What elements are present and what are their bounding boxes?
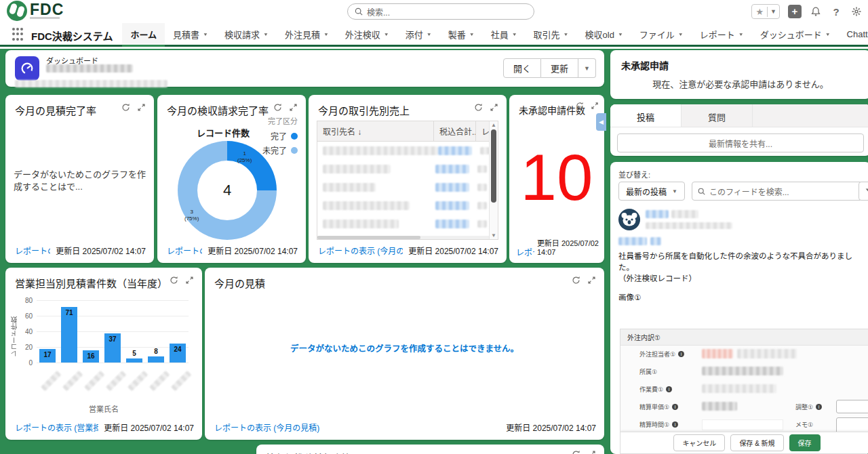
bar-value-label: 16 bbox=[80, 352, 102, 360]
help-icon[interactable]: ? bbox=[830, 5, 842, 18]
nav-tab-検収請求[interactable]: 検収請求▼ bbox=[216, 23, 277, 45]
donut-legend: 完了区分 完了未完了 bbox=[262, 115, 298, 159]
expand-icon[interactable] bbox=[587, 276, 596, 285]
refresh-icon[interactable] bbox=[474, 103, 483, 112]
table-row-redacted[interactable] bbox=[317, 215, 498, 233]
card-pending-approvals-count: 未承認申請件数 10 レポート... 更新日 2025/07/0214:07 bbox=[509, 95, 604, 263]
post-body: 社員番号から所属を自動化した件の余波のような不具合がありました。 （外注検収レコ… bbox=[618, 251, 863, 285]
global-actions-add-button[interactable]: + bbox=[788, 5, 802, 18]
setup-gear-icon[interactable] bbox=[850, 5, 863, 18]
notifications-bell-icon[interactable] bbox=[810, 5, 822, 18]
donut-segment-label: 3(75%) bbox=[184, 209, 199, 222]
nav-tab-取引先[interactable]: 取引先▼ bbox=[526, 23, 577, 45]
nav-tab-外注見積[interactable]: 外注見積▼ bbox=[277, 23, 337, 45]
nav-tab-外注検収[interactable]: 外注検収▼ bbox=[337, 23, 397, 45]
open-button[interactable]: 開く bbox=[503, 58, 541, 78]
post-mention-redacted[interactable] bbox=[618, 237, 647, 245]
nav-tab-レポート[interactable]: レポート▼ bbox=[692, 23, 752, 45]
nav-tab-ホーム[interactable]: ホーム bbox=[122, 23, 165, 45]
table-row-redacted[interactable] bbox=[317, 178, 498, 197]
horizontal-scrollbar[interactable] bbox=[317, 236, 489, 239]
nav-tab-製番[interactable]: 製番▼ bbox=[440, 23, 483, 45]
table-row-redacted[interactable] bbox=[317, 197, 498, 215]
feed-search-input[interactable]: このフィードを検索... bbox=[692, 182, 863, 201]
view-report-link[interactable]: レポートの表示 (今月の見積) bbox=[214, 421, 319, 433]
form-save-button[interactable]: 保存 bbox=[789, 434, 821, 451]
form-field-row: 精算単価①i調整①i bbox=[620, 398, 868, 416]
nav-tab-見積書[interactable]: 見積書▼ bbox=[165, 23, 216, 45]
table-row-redacted[interactable] bbox=[317, 142, 498, 160]
expand-icon[interactable] bbox=[289, 103, 298, 112]
view-report-link[interactable]: レポート... bbox=[516, 246, 534, 257]
post-author-redacted[interactable] bbox=[646, 210, 669, 218]
updated-timestamp: 更新日 2025/07/02 14:07 bbox=[506, 421, 596, 433]
global-header: FDC 検索... ★ ▼ + ? bbox=[0, 0, 868, 23]
view-report-link[interactable]: レポートの表示 (今月... bbox=[15, 245, 50, 256]
bar-chart: 020406080177116375824 bbox=[37, 300, 189, 363]
vertical-scrollbar[interactable]: ▲▼ bbox=[489, 121, 498, 239]
donut-segment-label: 1(25%) bbox=[237, 150, 252, 163]
form-action-button[interactable]: 保存 & 新規 bbox=[730, 434, 783, 451]
expand-icon[interactable] bbox=[587, 450, 596, 454]
view-report-link[interactable]: レポートの表示 (営業担当別見積... bbox=[15, 421, 98, 433]
view-report-link[interactable]: レポートの表示 (今月の取引先別... bbox=[318, 245, 403, 256]
nav-tab-ダッシュボード[interactable]: ダッシュボード▼ bbox=[752, 23, 839, 45]
card-monthly-quotes: 今月の見積 データがないためこのグラフを作成することはできません。 レポートの表… bbox=[205, 268, 604, 440]
refresh-icon[interactable] bbox=[576, 102, 584, 110]
user-avatar[interactable] bbox=[618, 209, 640, 230]
legend-title: 完了区分 bbox=[262, 115, 298, 126]
refresh-icon[interactable] bbox=[572, 450, 580, 454]
app-name: FDC決裁システム bbox=[30, 23, 122, 45]
bar-chart-xlabel: 営業氏名 bbox=[5, 403, 202, 414]
nav-tab-Chatter[interactable]: Chatter bbox=[839, 23, 868, 45]
nav-tab-社員[interactable]: 社員▼ bbox=[483, 23, 526, 45]
post-attached-image[interactable]: 外注内訳①外注担当者①i所属①作業費①i精算単価①i調整①i精算時間①iメモ①経… bbox=[620, 329, 868, 454]
form-input-box[interactable] bbox=[836, 400, 868, 413]
column-header[interactable]: 取引先名 ↓ bbox=[317, 121, 434, 141]
tab-posts[interactable]: 投稿 bbox=[610, 104, 682, 127]
collapse-sidebar-handle[interactable]: ◀ bbox=[596, 113, 606, 131]
post-subtitle-redacted bbox=[646, 222, 732, 229]
bar-value-label: 17 bbox=[37, 351, 58, 358]
legend-item[interactable]: 完了 bbox=[262, 130, 298, 142]
view-report-link[interactable]: レポートの表示 (今月... bbox=[167, 245, 202, 256]
refresh-icon[interactable] bbox=[273, 103, 282, 112]
sort-select[interactable]: 最新の投稿▼ bbox=[618, 182, 685, 201]
favorites-caret-icon[interactable]: ▼ bbox=[768, 8, 779, 15]
report-table: 取引先名 ↓税込合計...レ... bbox=[317, 121, 498, 240]
tab-questions[interactable]: 質問 bbox=[682, 104, 753, 127]
pending-approvals-panel: 未承認申請 現在、注意が必要な承認申請はありません。 bbox=[610, 50, 868, 99]
header-more-caret-button[interactable]: ▼ bbox=[578, 58, 596, 78]
favorites-button[interactable]: ★ ▼ bbox=[751, 4, 780, 19]
updated-timestamp: 更新日 2025/07/02 14:07 bbox=[56, 245, 146, 256]
expand-icon[interactable] bbox=[591, 102, 599, 110]
table-row-redacted[interactable] bbox=[317, 160, 498, 178]
expand-icon[interactable] bbox=[185, 276, 194, 285]
nav-tab-添付[interactable]: 添付▼ bbox=[397, 23, 440, 45]
updated-timestamp: 更新日 2025/07/02 14:07 bbox=[408, 245, 498, 256]
column-header[interactable]: 税込合計... bbox=[434, 121, 476, 141]
bar bbox=[126, 358, 142, 363]
legend-item[interactable]: 未完了 bbox=[262, 144, 298, 156]
expand-icon[interactable] bbox=[137, 103, 146, 112]
expand-icon[interactable] bbox=[490, 103, 498, 112]
form-action-button[interactable]: キャンセル bbox=[673, 434, 725, 451]
panel-title: 未承認申請 bbox=[610, 50, 868, 72]
refresh-icon[interactable] bbox=[572, 276, 580, 285]
refresh-icon[interactable] bbox=[170, 276, 178, 285]
form-section-header: 外注内訳① bbox=[620, 329, 868, 346]
donut-center-total: 4 bbox=[197, 161, 257, 220]
card-quote-completion-rate: 今月の見積完了率 データがないためこのグラフを作成することはで... レポートの… bbox=[5, 95, 154, 263]
bar-value-label: 37 bbox=[102, 335, 123, 343]
feed-filter-funnel-icon[interactable] bbox=[859, 182, 868, 201]
app-launcher-icon[interactable] bbox=[12, 28, 23, 41]
global-search-input[interactable]: 検索... bbox=[347, 3, 534, 20]
refresh-button[interactable]: 更新 bbox=[541, 58, 578, 78]
updated-timestamp: 更新日 2025/07/0214:07 bbox=[537, 239, 599, 258]
chatter-composer-panel: 投稿 質問 最新情報を共有... bbox=[610, 104, 868, 156]
refresh-icon[interactable] bbox=[121, 103, 130, 112]
nav-tab-検収old[interactable]: 検収old▼ bbox=[577, 23, 631, 45]
favorites-star-icon[interactable]: ★ bbox=[752, 7, 768, 17]
nav-tab-ファイル[interactable]: ファイル▼ bbox=[631, 23, 692, 45]
share-update-input[interactable]: 最新情報を共有... bbox=[617, 133, 864, 152]
